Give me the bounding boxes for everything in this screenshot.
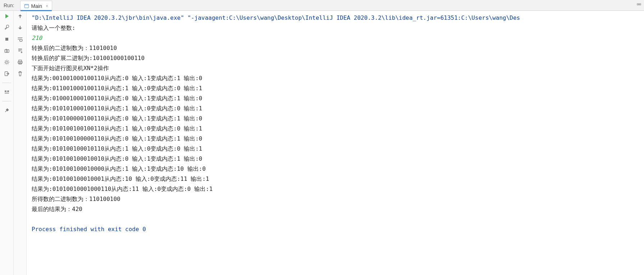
console-line: 请输入一个整数: — [32, 23, 640, 33]
console-line: 结果为:010100100010110从内态:1 输入:0变成内态:0 输出:1 — [32, 144, 640, 154]
pin-icon[interactable] — [4, 107, 10, 114]
svg-point-6 — [5, 61, 8, 63]
camera-icon[interactable] — [4, 47, 10, 54]
print-icon[interactable] — [17, 59, 23, 65]
svg-point-4 — [6, 50, 7, 52]
console-line: 结果为:001001000100110从内态:0 输入:1变成内态:1 输出:0 — [32, 73, 640, 83]
tab-main[interactable]: Main × — [20, 1, 52, 11]
play-icon[interactable] — [4, 13, 10, 19]
console-line: 转换后的二进制数为：11010010 — [32, 43, 640, 53]
stop-icon[interactable] — [4, 36, 10, 42]
svg-rect-1 — [24, 4, 28, 5]
down-arrow-icon[interactable] — [17, 24, 23, 31]
console-line: 结果为:010101000100110从内态:1 输入:0变成内态:0 输出:1 — [32, 104, 640, 114]
tab-bar: Run: Main × — [0, 0, 644, 11]
close-icon[interactable]: × — [46, 4, 48, 9]
console-line: 结果为:010100000100110从内态:0 输入:1变成内态:1 输出:0 — [32, 114, 640, 124]
svg-rect-5 — [6, 49, 7, 50]
console-line: 转换后的扩展二进制为:101001000100110 — [32, 53, 640, 63]
layout-icon[interactable] — [4, 89, 10, 95]
console-line: 所得数的二进制数为：110100100 — [32, 194, 640, 204]
trash-icon[interactable] — [17, 70, 23, 77]
console-line: 结果为:010100100010001从内态:10 输入:0变成内态:11 输出… — [32, 174, 640, 184]
svg-rect-10 — [5, 93, 9, 94]
console-line: 结果为:010100100000110从内态:0 输入:1变成内态:1 输出:0 — [32, 134, 640, 144]
wrench-icon[interactable] — [4, 24, 10, 31]
run-gutter-secondary — [14, 11, 27, 275]
up-arrow-icon[interactable] — [17, 13, 23, 19]
svg-rect-2 — [5, 38, 8, 41]
console-line: 结果为:011001000100110从内态:1 输入:0变成内态:0 输出:1 — [32, 83, 640, 93]
console-line — [32, 214, 640, 224]
tab-label: Main — [31, 3, 42, 9]
console-line: 结果为:010100100100110从内态:1 输入:0变成内态:0 输出:1 — [32, 124, 640, 134]
console-line: 210 — [32, 33, 640, 43]
console-line: 下面开始进行图灵机XN*2操作 — [32, 63, 640, 73]
application-icon — [24, 4, 29, 9]
svg-rect-9 — [7, 91, 9, 92]
wrap-icon[interactable] — [17, 36, 23, 42]
console-line: 结果为:01010010001000110从内态:11 输入:0变成内态:0 输… — [32, 184, 640, 194]
run-panel-label: Run: — [1, 3, 17, 10]
exit-icon[interactable] — [4, 70, 10, 77]
console-line: 结果为:010100100010010从内态:0 输入:1变成内态:1 输出:0 — [32, 154, 640, 164]
console-line: 结果为:010100100010000从内态:1 输入:1变成内态:10 输出:… — [32, 164, 640, 174]
console-line: Process finished with exit code 0 — [32, 224, 640, 234]
svg-rect-12 — [18, 61, 22, 63]
settings-hide-icon[interactable] — [636, 1, 642, 7]
scroll-end-icon[interactable] — [17, 47, 23, 54]
console-output[interactable]: "D:\IntelliJ IDEA 2020.3.2\jbr\bin\java.… — [27, 11, 644, 275]
console-line: 最后的结果为：420 — [32, 204, 640, 214]
svg-rect-8 — [5, 91, 6, 92]
console-line: "D:\IntelliJ IDEA 2020.3.2\jbr\bin\java.… — [32, 13, 640, 23]
bug-gear-icon[interactable] — [4, 59, 10, 65]
run-gutter-primary — [0, 11, 14, 275]
console-line: 结果为:010001000100110从内态:0 输入:1变成内态:1 输出:0 — [32, 93, 640, 104]
